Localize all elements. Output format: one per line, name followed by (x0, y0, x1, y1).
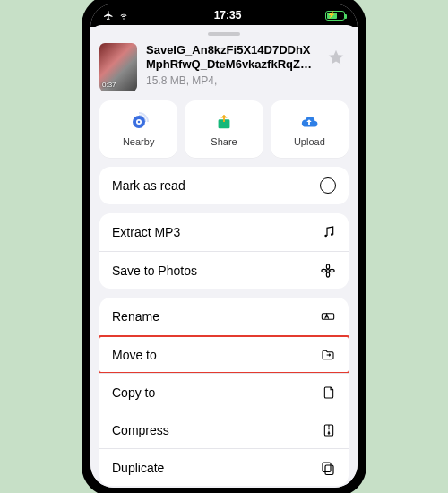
list-group-2: Extract MP3 Save to Photos (99, 213, 349, 289)
wifi-icon (117, 10, 130, 21)
thumbnail-duration: 0:37 (102, 81, 116, 89)
status-left (103, 10, 130, 21)
extract-mp3-label: Extract MP3 (112, 225, 180, 239)
compress-item[interactable]: Compress (99, 411, 349, 448)
nearby-icon (128, 111, 150, 133)
duplicate-icon (320, 460, 336, 476)
star-icon[interactable] (327, 48, 345, 66)
primary-actions: Nearby Share Upload (90, 100, 358, 167)
list-group-3: Rename Move to Copy to (99, 298, 349, 486)
mark-as-read-item[interactable]: Mark as read (99, 167, 349, 204)
file-meta: SaveIG_An8kzFi5X14D7DDhX MphRfwQ_DteM6vk… (146, 43, 314, 87)
move-to-item[interactable]: Move to (99, 335, 349, 373)
duplicate-item[interactable]: Duplicate (99, 448, 349, 486)
svg-point-5 (331, 233, 333, 236)
svg-point-7 (326, 264, 329, 268)
svg-point-4 (324, 235, 327, 238)
share-label: Share (211, 136, 237, 147)
duplicate-label: Duplicate (112, 461, 164, 475)
status-right: ⚡ (325, 11, 345, 21)
file-header: 0:37 SaveIG_An8kzFi5X14D7DDhX MphRfwQ_Dt… (90, 43, 358, 100)
photos-flower-icon (320, 263, 336, 279)
upload-button[interactable]: Upload (271, 100, 349, 158)
rename-label: Rename (112, 309, 159, 324)
svg-point-8 (326, 272, 329, 276)
music-note-icon (322, 225, 336, 239)
svg-rect-14 (323, 463, 331, 472)
move-to-label: Move to (112, 348, 157, 362)
status-bar: 17:35 ⚡ (90, 4, 358, 27)
phone-frame: 17:35 ⚡ 0:37 SaveIG_An8kzFi5X14D7DDhX Mp… (82, 0, 366, 493)
nearby-button[interactable]: Nearby (99, 100, 177, 158)
screen: 17:35 ⚡ 0:37 SaveIG_An8kzFi5X14D7DDhX Mp… (90, 4, 358, 488)
share-icon (214, 111, 234, 133)
nearby-label: Nearby (123, 136, 154, 147)
svg-rect-15 (325, 465, 333, 475)
sheet-grabber[interactable] (208, 32, 240, 36)
upload-label: Upload (294, 136, 325, 147)
airplane-icon (103, 10, 114, 21)
extract-mp3-item[interactable]: Extract MP3 (99, 213, 349, 251)
rename-icon (320, 309, 336, 324)
svg-point-10 (330, 269, 334, 272)
battery-icon: ⚡ (325, 11, 345, 21)
unread-circle-icon (320, 177, 336, 194)
status-time: 17:35 (214, 9, 242, 22)
mark-as-read-label: Mark as read (112, 178, 185, 193)
copy-document-icon (322, 385, 336, 401)
file-name: SaveIG_An8kzFi5X14D7DDhX MphRfwQ_DteM6vk… (146, 43, 314, 73)
save-to-photos-label: Save to Photos (112, 264, 197, 278)
copy-to-item[interactable]: Copy to (99, 373, 349, 411)
upload-icon (297, 111, 321, 133)
rename-item[interactable]: Rename (99, 298, 349, 335)
svg-point-9 (322, 269, 326, 272)
copy-to-label: Copy to (112, 385, 155, 400)
svg-point-6 (327, 269, 330, 272)
list-group-1: Mark as read (99, 167, 349, 204)
action-sheet: 0:37 SaveIG_An8kzFi5X14D7DDhX MphRfwQ_Dt… (90, 25, 358, 488)
share-button[interactable]: Share (185, 100, 263, 158)
file-subtitle: 15.8 MB, MP4, (146, 74, 314, 87)
file-thumbnail[interactable]: 0:37 (99, 43, 137, 91)
svg-point-13 (328, 432, 330, 434)
compress-zip-icon (322, 422, 336, 438)
save-to-photos-item[interactable]: Save to Photos (99, 251, 349, 289)
svg-point-2 (137, 121, 140, 124)
move-to-folder-icon (320, 348, 336, 362)
compress-label: Compress (112, 423, 169, 437)
